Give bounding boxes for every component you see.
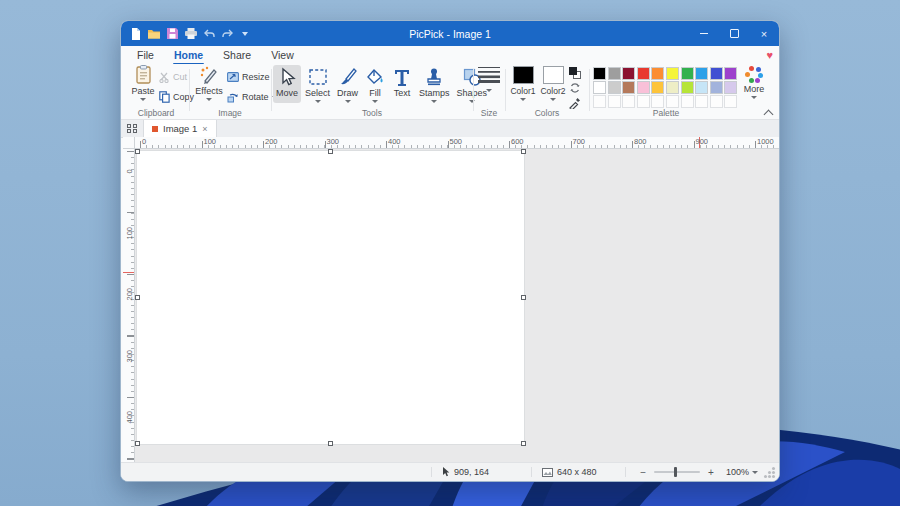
palette-swatch[interactable] <box>724 81 737 94</box>
palette-swatch[interactable] <box>651 81 664 94</box>
palette-swatch[interactable] <box>593 81 606 94</box>
open-folder-icon[interactable] <box>148 28 160 39</box>
selection-handle-bottom-left[interactable] <box>135 441 140 446</box>
color1-swatch <box>513 66 534 84</box>
titlebar[interactable]: PicPick - Image 1 × <box>121 21 779 46</box>
group-separator <box>271 69 272 111</box>
palette-swatch[interactable] <box>593 95 606 108</box>
tab-close-icon[interactable]: × <box>202 124 207 134</box>
v-ruler-label: 0 <box>125 166 134 178</box>
zoom-slider-handle[interactable] <box>674 467 677 477</box>
horizontal-ruler: 01002003004005006007008009001000 <box>135 137 780 149</box>
palette-swatch[interactable] <box>681 95 694 108</box>
selection-handle-top-right[interactable] <box>521 149 526 154</box>
palette-swatch[interactable] <box>681 67 694 80</box>
palette-swatch[interactable] <box>622 95 635 108</box>
palette-grid <box>593 67 737 108</box>
group-size: Size <box>475 64 503 119</box>
selection-handle-right-middle[interactable] <box>521 295 526 300</box>
selection-handle-top-left[interactable] <box>135 149 140 154</box>
cut-button[interactable]: Cut <box>159 70 187 84</box>
tab-file[interactable]: File <box>127 47 164 63</box>
selection-handle-top-middle[interactable] <box>328 149 333 154</box>
palette-swatch[interactable] <box>710 95 723 108</box>
line-size-button[interactable] <box>473 65 505 92</box>
tool-text[interactable]: Text <box>389 65 415 103</box>
default-colors-icon[interactable] <box>569 67 581 79</box>
resize-grip[interactable] <box>764 467 775 478</box>
group-label-palette: Palette <box>591 108 741 118</box>
palette-swatch[interactable] <box>695 81 708 94</box>
color1-button[interactable]: Color1 <box>509 66 537 101</box>
more-colors-button[interactable]: More <box>739 66 769 99</box>
selection-handle-bottom-right[interactable] <box>521 441 526 446</box>
palette-swatch[interactable] <box>593 67 606 80</box>
palette-swatch[interactable] <box>724 95 737 108</box>
zoom-slider[interactable] <box>654 471 700 473</box>
palette-swatch[interactable] <box>666 81 679 94</box>
qat-customize-caret-icon[interactable] <box>242 32 248 36</box>
selection-handle-left-middle[interactable] <box>135 295 140 300</box>
palette-swatch[interactable] <box>710 67 723 80</box>
palette-swatch[interactable] <box>622 67 635 80</box>
palette-swatch[interactable] <box>666 67 679 80</box>
print-icon[interactable] <box>185 28 197 39</box>
palette-swatch[interactable] <box>695 95 708 108</box>
zoom-out-button[interactable]: − <box>640 467 646 478</box>
cut-label: Cut <box>173 72 187 82</box>
new-file-icon[interactable] <box>131 28 141 40</box>
palette-swatch[interactable] <box>651 95 664 108</box>
v-ruler-label: 300 <box>125 350 134 362</box>
color2-caret-icon <box>550 98 556 101</box>
palette-swatch[interactable] <box>608 95 621 108</box>
zoom-in-button[interactable]: + <box>708 467 714 478</box>
palette-swatch[interactable] <box>651 67 664 80</box>
statusbar-separator <box>625 467 626 477</box>
undo-icon[interactable] <box>204 29 215 39</box>
selection-handle-bottom-middle[interactable] <box>328 441 333 446</box>
tool-move[interactable]: Move <box>273 65 301 103</box>
tab-view[interactable]: View <box>261 47 304 63</box>
palette-swatch[interactable] <box>637 67 650 80</box>
size-caret-icon <box>486 89 492 92</box>
swap-colors-icon[interactable] <box>569 82 581 94</box>
save-icon[interactable] <box>167 28 178 39</box>
document-tab-image1[interactable]: Image 1 × <box>144 120 217 137</box>
group-colors: Color1 Color2 <box>507 64 587 119</box>
palette-swatch[interactable] <box>637 95 650 108</box>
stamps-icon <box>424 67 444 87</box>
tool-fill[interactable]: Fill <box>362 65 388 103</box>
palette-swatch[interactable] <box>608 67 621 80</box>
group-label-tools: Tools <box>273 108 471 118</box>
maximize-button[interactable] <box>719 21 749 46</box>
redo-icon[interactable] <box>222 29 233 39</box>
h-ruler-label: 200 <box>265 137 278 146</box>
palette-swatch[interactable] <box>710 81 723 94</box>
tool-select[interactable]: Select <box>302 65 333 103</box>
zoom-level-menu[interactable]: 100% <box>726 467 758 477</box>
palette-swatch[interactable] <box>637 81 650 94</box>
rotate-button[interactable]: Rotate <box>227 90 278 104</box>
minimize-button[interactable] <box>689 21 719 46</box>
donate-heart-icon[interactable]: ♥ <box>766 50 773 61</box>
close-button[interactable]: × <box>749 21 779 46</box>
paste-icon <box>134 65 153 85</box>
palette-swatch[interactable] <box>724 67 737 80</box>
tool-stamps[interactable]: Stamps <box>416 65 453 103</box>
select-caret-icon <box>315 100 321 103</box>
palette-swatch[interactable] <box>608 81 621 94</box>
palette-swatch[interactable] <box>622 81 635 94</box>
effects-button[interactable]: Effects <box>193 65 225 101</box>
thumbnail-view-button[interactable] <box>121 120 144 137</box>
tool-draw[interactable]: Draw <box>334 65 361 103</box>
palette-swatch[interactable] <box>666 95 679 108</box>
palette-swatch[interactable] <box>681 81 694 94</box>
color2-button[interactable]: Color2 <box>539 66 567 101</box>
tab-home[interactable]: Home <box>164 47 213 63</box>
statusbar: 909, 164 640 x 480 − + 100% <box>121 462 779 481</box>
collapse-ribbon-icon[interactable] <box>765 108 772 115</box>
paste-button[interactable]: Paste <box>127 65 159 101</box>
image-canvas[interactable] <box>137 151 524 444</box>
tab-share[interactable]: Share <box>213 47 261 63</box>
palette-swatch[interactable] <box>695 67 708 80</box>
